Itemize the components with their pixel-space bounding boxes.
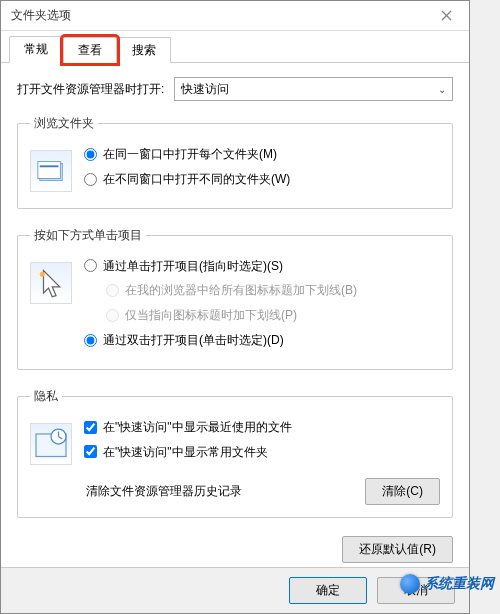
open-explorer-value: 快速访问 [181, 81, 229, 98]
chevron-down-icon: ⌄ [438, 84, 446, 95]
privacy-legend: 隐私 [30, 388, 62, 405]
svg-rect-4 [40, 165, 59, 167]
browse-folders-legend: 浏览文件夹 [30, 115, 98, 132]
tab-general[interactable]: 常规 [9, 36, 63, 63]
close-button[interactable] [424, 1, 469, 31]
window-title: 文件夹选项 [11, 7, 71, 24]
svg-point-6 [40, 271, 45, 276]
click-items-group: 按如下方式单击项目 通过单击打开项目(指向时选定)(S) 在我的浏览器中给所有图… [17, 227, 453, 370]
watermark-logo-icon [400, 574, 420, 594]
open-explorer-row: 打开文件资源管理器时打开: 快速访问 ⌄ [17, 77, 453, 101]
close-icon [441, 10, 452, 21]
tab-view[interactable]: 查看 [63, 37, 117, 63]
clear-button[interactable]: 清除(C) [365, 478, 440, 505]
radio-underline-hover-label: 仅当指向图标标题时加下划线(P) [125, 307, 297, 324]
privacy-group: 隐私 在"快速访问"中显示最近使用的文件 在"快速访问"中显示常用文件夹 [17, 388, 453, 519]
watermark: 系统重装网 [394, 570, 500, 598]
radio-same-window[interactable] [84, 148, 97, 161]
radio-double-click[interactable] [84, 334, 97, 347]
radio-underline-all-label: 在我的浏览器中给所有图标标题加下划线(B) [125, 282, 357, 299]
radio-underline-hover [106, 309, 119, 322]
radio-double-click-label[interactable]: 通过双击打开项目(单击时选定)(D) [103, 332, 284, 349]
radio-new-window[interactable] [84, 173, 97, 186]
radio-new-window-label[interactable]: 在不同窗口中打开不同的文件夹(W) [103, 171, 290, 188]
content-area: 打开文件资源管理器时打开: 快速访问 ⌄ 浏览文件夹 在同一窗口中打开每个文件夹… [1, 63, 469, 573]
checkbox-recent-files-label[interactable]: 在"快速访问"中显示最近使用的文件 [103, 419, 292, 436]
svg-rect-3 [38, 162, 61, 179]
tab-search[interactable]: 搜索 [117, 37, 171, 63]
click-items-icon [30, 262, 72, 304]
ok-button[interactable]: 确定 [289, 577, 367, 604]
open-explorer-label: 打开文件资源管理器时打开: [17, 81, 164, 98]
radio-single-click-label[interactable]: 通过单击打开项目(指向时选定)(S) [103, 258, 283, 275]
folder-options-dialog: 文件夹选项 常规 查看 搜索 打开文件资源管理器时打开: 快速访问 ⌄ 浏览文件… [0, 0, 470, 614]
browse-folders-icon [30, 150, 72, 192]
clear-history-label: 清除文件资源管理器历史记录 [86, 483, 242, 500]
watermark-text: 系统重装网 [424, 575, 494, 591]
checkbox-recent-files[interactable] [84, 421, 97, 434]
titlebar: 文件夹选项 [1, 1, 469, 31]
checkbox-frequent-folders-label[interactable]: 在"快速访问"中显示常用文件夹 [103, 444, 268, 461]
checkbox-frequent-folders[interactable] [84, 445, 97, 458]
radio-single-click[interactable] [84, 259, 97, 272]
open-explorer-select[interactable]: 快速访问 ⌄ [174, 77, 453, 101]
radio-underline-all [106, 284, 119, 297]
svg-marker-5 [44, 270, 60, 296]
radio-same-window-label[interactable]: 在同一窗口中打开每个文件夹(M) [103, 146, 277, 163]
browse-folders-group: 浏览文件夹 在同一窗口中打开每个文件夹(M) 在不同窗口中打开不同的文件夹(W) [17, 115, 453, 209]
tab-strip: 常规 查看 搜索 [1, 31, 469, 63]
restore-defaults-button[interactable]: 还原默认值(R) [342, 536, 453, 563]
privacy-icon [30, 423, 72, 465]
click-items-legend: 按如下方式单击项目 [30, 227, 146, 244]
